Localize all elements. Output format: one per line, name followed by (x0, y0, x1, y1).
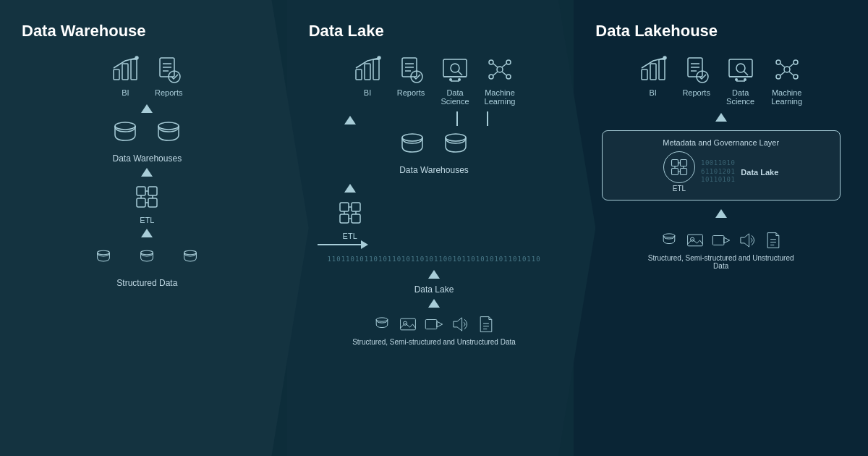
data-warehouse-panel: Data Warehouse BI Reports D (0, 0, 309, 456)
lakehouse-ml-label: Machine Learning (769, 88, 805, 106)
source-image-icon (399, 315, 417, 334)
db-icon-2 (153, 117, 184, 149)
lake-reports-icon (395, 54, 427, 85)
bi-label: BI (122, 88, 129, 97)
lake-ml-item: Machine Learning (483, 54, 516, 106)
svg-rect-75 (729, 59, 752, 77)
svg-rect-67 (650, 64, 656, 80)
warehouse-db-icons (109, 117, 184, 149)
warehouse-title: Data Warehouse (14, 22, 146, 41)
lake-binary-section: 1101101011010110101101011001011010101011… (318, 252, 551, 295)
reports-icon (153, 54, 184, 85)
db-icon-1 (109, 117, 141, 149)
lakehouse-etl-label: ETL (673, 185, 686, 193)
lake-reports-item: Reports (395, 54, 427, 106)
lake-label-block: Data Lake (318, 266, 551, 295)
svg-rect-2 (131, 59, 137, 80)
lh-source-db-icon (660, 231, 678, 250)
svg-point-86 (793, 75, 798, 79)
svg-rect-12 (148, 187, 157, 195)
svg-marker-103 (724, 237, 730, 243)
svg-point-99 (663, 234, 675, 237)
svg-point-82 (784, 67, 790, 72)
lakehouse-title: Data Lakehouse (588, 22, 718, 41)
svg-point-38 (497, 67, 503, 72)
source-db-1 (88, 242, 119, 274)
lh-source-image-icon (686, 231, 705, 250)
lake-datalake-label: Data Lake (414, 284, 454, 295)
lake-etl-section: ETL (318, 180, 551, 249)
governance-inner: ETL 100110106110120110110101 Data Lake (613, 151, 830, 193)
arrow-up-to-etl (428, 299, 440, 308)
source-db-2 (131, 242, 163, 274)
svg-point-69 (663, 56, 666, 59)
svg-point-3 (135, 56, 138, 59)
svg-line-43 (493, 64, 498, 67)
lakehouse-bi-item: BI (637, 54, 669, 106)
governance-datalake-label: Data Lake (741, 168, 778, 177)
lake-bi-label: BI (364, 88, 371, 97)
svg-rect-50 (352, 203, 360, 211)
svg-rect-60 (425, 320, 437, 329)
svg-line-45 (493, 72, 498, 75)
svg-rect-11 (137, 187, 145, 195)
lakehouse-arrow-to-governance (715, 113, 727, 122)
svg-rect-31 (443, 59, 467, 77)
lakehouse-reports-item: Reports (681, 54, 712, 106)
horizontal-arrows (318, 240, 383, 249)
h-arrow-1 (361, 240, 368, 249)
lakehouse-ml-icon (771, 54, 803, 85)
source-structured-icon (373, 315, 391, 334)
lake-datascience-icon (439, 54, 471, 85)
lake-etl-block: ETL (318, 180, 383, 249)
svg-rect-24 (373, 59, 379, 80)
binary-display: 1101101011010110101101011001011010101011… (327, 256, 540, 263)
svg-point-41 (489, 75, 493, 79)
lakehouse-source-label: Structured, Semi-structured and Unstruct… (642, 254, 801, 270)
lakehouse-etl-block: ETL (663, 151, 695, 193)
svg-point-21 (184, 250, 197, 255)
svg-line-88 (789, 64, 793, 67)
governance-datalake: Data Lake (741, 168, 778, 177)
lh-source-video-icon (712, 231, 731, 250)
svg-marker-61 (437, 321, 443, 327)
lake-etl-item: ETL (334, 197, 366, 240)
svg-line-44 (502, 64, 506, 67)
lake-db1 (396, 129, 428, 161)
svg-rect-1 (122, 64, 128, 80)
lake-dw-icons (396, 129, 472, 161)
arrow-to-lake (428, 270, 440, 279)
lakehouse-ml-item: Machine Learning (769, 54, 805, 106)
lake-etl-icon (334, 197, 366, 229)
svg-line-87 (780, 64, 785, 67)
arrow-to-top-tools (141, 104, 153, 113)
source-doc-icon (477, 315, 495, 334)
svg-rect-13 (137, 198, 145, 207)
svg-point-40 (506, 60, 511, 64)
svg-rect-49 (340, 203, 349, 211)
warehouse-db-label: Data Warehouses (113, 153, 182, 164)
source-audio-icon (451, 315, 469, 334)
lakehouse-source-icons (660, 231, 783, 250)
lakehouse-reports-icon (681, 54, 712, 85)
arrow-up-to-dw (344, 184, 356, 193)
source-db-3 (174, 242, 206, 274)
lake-datascience-label: Data Science (438, 88, 472, 106)
lake-right-arrows (383, 111, 551, 129)
svg-point-48 (446, 134, 466, 141)
lake-source-icons (373, 315, 495, 334)
svg-point-10 (158, 122, 179, 130)
lake-datascience-item: Data Science (438, 54, 472, 106)
lakehouse-datascience-label: Data Science (724, 88, 757, 106)
svg-point-42 (506, 75, 511, 79)
svg-point-39 (489, 60, 493, 64)
lake-source-label: Structured, Semi-structured and Unstruct… (352, 338, 516, 346)
lake-top-icons: BI Reports Data Science Machine Learning (352, 54, 516, 106)
lakehouse-etl-circle (663, 151, 695, 183)
svg-rect-100 (687, 235, 702, 246)
data-lakehouse-panel: Data Lakehouse BI Reports Data Science M… (574, 0, 868, 456)
svg-point-47 (402, 134, 422, 141)
bi-icon (109, 54, 141, 85)
svg-point-25 (378, 56, 380, 59)
svg-point-19 (98, 250, 110, 255)
